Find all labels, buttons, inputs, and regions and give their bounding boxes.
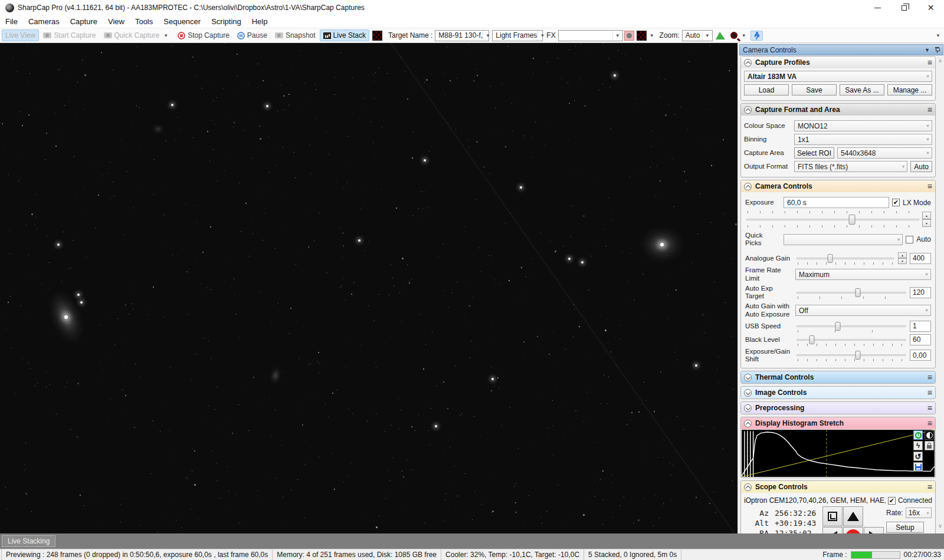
save-button[interactable]: Save xyxy=(792,84,837,95)
live-image-view[interactable] xyxy=(0,43,738,533)
image-controls-header[interactable]: Image Controls ≡ xyxy=(741,387,935,398)
menu-tools[interactable]: Tools xyxy=(130,16,158,27)
slew-left-button[interactable] xyxy=(822,527,843,533)
output-format-select[interactable]: FITS files (*.fits)˅ xyxy=(794,161,907,172)
scroll-up-icon[interactable]: ∧ xyxy=(938,58,942,64)
slew-right-button[interactable] xyxy=(864,527,884,533)
output-format-auto-button[interactable]: Auto xyxy=(910,161,932,172)
capture-format-header[interactable]: Capture Format and Area ≡ xyxy=(741,104,935,116)
magnifier-icon[interactable] xyxy=(730,32,738,39)
colour-space-select[interactable]: MONO12˅ xyxy=(794,120,932,131)
rate-select[interactable]: 16x˅ xyxy=(906,508,932,518)
profile-select[interactable]: Altair 183M VA˅ xyxy=(744,71,932,82)
spiral-search-button[interactable] xyxy=(822,506,843,526)
auto-gain-select[interactable]: Off˅ xyxy=(795,305,931,316)
exposure-slider-thumb[interactable] xyxy=(849,215,856,225)
close-button[interactable]: ✕ xyxy=(917,0,944,15)
quick-capture-button[interactable]: Quick Capture▼ xyxy=(100,29,174,41)
scroll-down-icon[interactable]: ∨ xyxy=(938,523,942,529)
live-stacking-tab[interactable]: Live Stacking xyxy=(2,535,55,547)
histogram-header[interactable]: Display Histogram Stretch ≡ xyxy=(741,417,935,429)
select-roi-button[interactable]: Select ROI xyxy=(794,147,834,159)
black-level-slider[interactable] xyxy=(795,334,907,345)
setup-button[interactable]: Setup xyxy=(886,522,924,533)
usb-speed-value[interactable]: 1 xyxy=(910,321,931,332)
exp-gain-shift-value[interactable]: 0,00 xyxy=(910,350,931,361)
load-button[interactable]: Load xyxy=(744,84,789,95)
capture-profiles-header[interactable]: Capture Profiles ≡ xyxy=(741,57,935,68)
reset-stretch-button[interactable]: ↺ xyxy=(913,452,923,461)
contrast-button[interactable] xyxy=(925,430,934,440)
toolbar-overflow-icon[interactable]: ▼ xyxy=(934,33,944,38)
collapse-icon[interactable] xyxy=(744,183,752,190)
live-stack-button[interactable]: Live Stack xyxy=(320,29,369,41)
collapse-icon[interactable] xyxy=(744,420,752,427)
exposure-slider[interactable] xyxy=(745,210,920,228)
expand-icon[interactable] xyxy=(744,389,752,397)
connected-checkbox[interactable]: ✔ xyxy=(888,497,896,505)
slew-up-button[interactable] xyxy=(843,506,863,526)
menu-help[interactable]: Help xyxy=(247,16,273,27)
frame-type-select[interactable]: Light Frames▼ xyxy=(492,30,543,41)
menu-scripting[interactable]: Scripting xyxy=(206,16,247,27)
frame-rate-select[interactable]: Maximum˅ xyxy=(795,269,931,280)
panel-scrollbar[interactable]: ∧∨ xyxy=(936,56,944,533)
capture-area-select[interactable]: 5440x3648˅ xyxy=(837,147,932,159)
spin-down-icon[interactable]: ▼ xyxy=(898,258,907,264)
section-menu-icon[interactable]: ≡ xyxy=(927,373,932,381)
exposure-input[interactable]: 60,0 s xyxy=(784,197,889,208)
chevron-down-icon[interactable]: ▼ xyxy=(740,33,748,38)
usb-speed-slider[interactable] xyxy=(795,321,907,332)
section-menu-icon[interactable]: ≡ xyxy=(927,419,932,427)
menu-sequencer[interactable]: Sequencer xyxy=(158,16,206,27)
live-view-button[interactable]: Live View xyxy=(2,29,39,41)
quick-picks-select[interactable]: ˅ xyxy=(784,234,903,245)
preprocessing-header[interactable]: Preprocessing ≡ xyxy=(741,402,935,414)
section-menu-icon[interactable]: ≡ xyxy=(927,483,932,491)
snapshot-button[interactable]: Snapshot xyxy=(271,29,319,41)
collapse-icon[interactable] xyxy=(744,59,752,67)
scope-controls-header[interactable]: Scope Controls ≡ xyxy=(741,481,935,493)
spin-up-icon[interactable]: ▲ xyxy=(922,212,931,219)
collapse-icon[interactable] xyxy=(744,483,752,491)
black-level-value[interactable]: 60 xyxy=(910,334,931,345)
exposure-auto-checkbox[interactable] xyxy=(906,236,913,243)
expand-icon[interactable] xyxy=(744,404,752,412)
stop-capture-button[interactable]: Stop Capture xyxy=(174,29,233,41)
spin-up-icon[interactable]: ▲ xyxy=(898,252,907,258)
thermal-controls-header[interactable]: Thermal Controls ≡ xyxy=(741,371,935,383)
auto-stretch-button[interactable]: ϟ xyxy=(913,441,923,450)
analogue-gain-slider[interactable] xyxy=(795,253,895,264)
target-name-select[interactable]: M88-91 130-f,▼ xyxy=(435,30,489,41)
expand-icon[interactable] xyxy=(744,374,752,381)
section-menu-icon[interactable]: ≡ xyxy=(927,388,932,397)
chevron-down-icon[interactable]: ▼ xyxy=(925,47,930,53)
collapse-icon[interactable] xyxy=(744,106,752,114)
spin-down-icon[interactable]: ▼ xyxy=(922,219,931,227)
save-as-button[interactable]: Save As ... xyxy=(840,84,884,95)
lx-mode-checkbox[interactable]: ✔ xyxy=(892,199,900,206)
notification-indicator-icon[interactable] xyxy=(372,31,382,41)
minimize-button[interactable] xyxy=(864,0,891,15)
lock-stretch-button[interactable] xyxy=(925,441,934,450)
histogram-display[interactable]: ϟ ↺ xyxy=(742,430,935,477)
section-menu-icon[interactable]: ≡ xyxy=(927,404,932,412)
pin-icon[interactable] xyxy=(935,47,940,52)
binning-select[interactable]: 1x1˅ xyxy=(794,134,932,145)
analogue-gain-value[interactable]: 400 xyxy=(910,253,931,264)
auto-exp-target-slider[interactable] xyxy=(795,287,907,298)
reconnect-camera-button[interactable] xyxy=(750,31,763,41)
manage-button[interactable]: Manage ... xyxy=(887,84,932,95)
analogue-gain-spinner[interactable]: ▲▼ xyxy=(898,252,907,264)
menu-view[interactable]: View xyxy=(103,16,130,27)
start-capture-button[interactable]: Start Capture xyxy=(40,29,99,41)
section-menu-icon[interactable]: ≡ xyxy=(927,106,932,114)
section-menu-icon[interactable]: ≡ xyxy=(927,58,932,67)
selection-area-icon[interactable] xyxy=(624,31,634,41)
exp-gain-shift-slider[interactable] xyxy=(795,350,907,361)
dark-frame-icon[interactable] xyxy=(637,31,647,41)
histogram-tool-icon[interactable] xyxy=(716,32,725,39)
slew-stop-button[interactable]: STOP xyxy=(843,527,863,533)
restore-button[interactable] xyxy=(891,0,917,15)
pause-button[interactable]: Pause xyxy=(234,29,271,41)
